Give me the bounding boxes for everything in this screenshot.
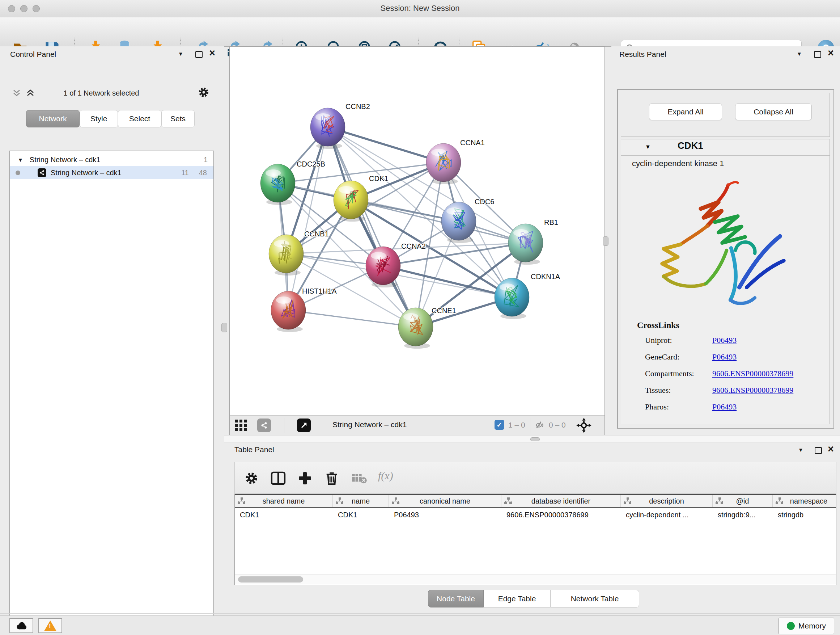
cloud-status-button[interactable] [9, 618, 33, 633]
gene-collapse-icon[interactable]: ▼ [645, 144, 651, 150]
column-header-label: database identifier [531, 497, 591, 505]
column-header-canonical-name[interactable]: canonical name [389, 495, 501, 507]
network-edge[interactable] [288, 310, 416, 327]
string-view-button[interactable] [257, 418, 271, 432]
status-bar: Memory [0, 616, 840, 635]
horizontal-scrollbar[interactable] [235, 575, 836, 584]
network-node-CCNB1[interactable] [269, 234, 303, 273]
fit-selected-button[interactable] [576, 418, 592, 434]
tab-style-label: Style [90, 114, 107, 123]
column-header--id[interactable]: @id [713, 495, 773, 507]
column-header-label: description [649, 497, 684, 505]
birdseye-view-button[interactable] [297, 418, 311, 432]
footer-separator [321, 418, 321, 433]
right-splitter-handle[interactable] [603, 236, 608, 246]
grid-mode-button[interactable] [235, 419, 247, 433]
table-splitter-handle[interactable] [531, 437, 540, 441]
column-header-database-identifier[interactable]: database identifier [501, 495, 621, 507]
table-cell[interactable]: stringdb [773, 508, 836, 522]
table-cell[interactable]: stringdb:9... [713, 508, 773, 522]
crosslink-row: Pharos:P06493 [645, 402, 826, 412]
network-view-toolbar: String Network – cdk1 ✓ 1 – 0 0 – 0 [230, 415, 605, 435]
network-node-CDC6[interactable] [441, 202, 476, 241]
tab-network[interactable]: Network [26, 110, 80, 127]
tab-node-table[interactable]: Node Table [428, 590, 484, 608]
column-header-name[interactable]: name [333, 495, 389, 507]
delete-columns-button[interactable] [322, 469, 341, 488]
crosslink-link[interactable]: P06493 [712, 352, 737, 362]
tab-edge-table[interactable]: Edge Table [484, 590, 550, 608]
columns-icon [271, 471, 286, 485]
show-columns-button[interactable] [269, 469, 287, 488]
results-panel-float-icon[interactable] [814, 51, 821, 59]
network-collection-row[interactable]: ▼ String Network – cdk1 1 [10, 153, 213, 166]
delete-table-button[interactable] [350, 469, 369, 488]
table-cell[interactable]: CDK1 [333, 508, 389, 522]
control-panel-menu-icon[interactable]: ▼ [178, 51, 183, 57]
results-panel-close-icon[interactable]: × [828, 49, 834, 57]
table-header-row: shared namenamecanonical namedatabase id… [235, 494, 836, 508]
tab-style[interactable]: Style [80, 110, 118, 127]
table-cell[interactable]: P06493 [389, 508, 501, 522]
crosslink-link[interactable]: P06493 [712, 402, 737, 412]
network-options-button[interactable] [198, 87, 209, 99]
table-panel-close-icon[interactable]: × [828, 445, 834, 453]
memory-status-dot [787, 622, 795, 630]
table-panel-float-icon[interactable] [815, 447, 822, 455]
bottom-divider [0, 613, 840, 614]
hidden-toggle[interactable] [534, 420, 546, 432]
collapse-all-button[interactable]: Collapse All [735, 103, 812, 120]
tab-select-label: Select [129, 114, 150, 123]
tab-sets-label: Sets [171, 114, 186, 123]
control-panel-close-icon[interactable]: × [209, 49, 215, 57]
crosslink-link[interactable]: 9606.ENSP00000378699 [712, 386, 793, 395]
table-cell[interactable]: 9606.ENSP00000378699 [501, 508, 621, 522]
collection-count: 1 [204, 156, 208, 164]
table-splitter[interactable] [224, 435, 840, 442]
network-canvas[interactable]: CCNB2CCNA1CDC25BCDK1CDC6RB1CCNB1CCNA2CDK… [230, 47, 605, 415]
network-node-HIST1H1A[interactable] [271, 291, 306, 329]
network-node-CCNB2[interactable] [310, 108, 345, 146]
node-label-RB1: RB1 [544, 218, 558, 226]
results-panel: Results Panel ▼ × String Expand All Coll… [611, 46, 840, 435]
network-edge[interactable] [288, 127, 328, 310]
create-column-button[interactable] [295, 469, 314, 488]
footer-separator [284, 418, 284, 433]
left-splitter-handle[interactable] [221, 323, 227, 333]
network-edge[interactable] [328, 127, 416, 327]
network-status-dot [16, 171, 20, 175]
crosslink-link[interactable]: 9606.ENSP00000378699 [712, 369, 793, 378]
tab-select[interactable]: Select [118, 110, 161, 127]
column-header-description[interactable]: description [621, 495, 713, 507]
warning-status-button[interactable] [38, 618, 62, 633]
crosslink-label: GeneCard: [645, 352, 712, 362]
gene-description: cyclin-dependent kinase 1 [632, 159, 724, 168]
memory-button[interactable]: Memory [778, 618, 834, 634]
title-bar: Session: New Session [0, 0, 840, 18]
column-header-shared-name[interactable]: shared name [235, 495, 333, 507]
control-panel-float-icon[interactable] [195, 51, 202, 59]
column-header-namespace[interactable]: namespace [773, 495, 836, 507]
tab-network-table[interactable]: Network Table [550, 590, 639, 608]
function-builder-button[interactable]: f(x) [378, 470, 393, 482]
tab-sets[interactable]: Sets [161, 110, 195, 127]
table-panel-menu-icon[interactable]: ▼ [798, 447, 804, 453]
selected-checkbox[interactable]: ✓ [494, 420, 504, 430]
crosslink-link[interactable]: P06493 [712, 336, 737, 345]
memory-label: Memory [798, 622, 826, 630]
tab-node-table-label: Node Table [437, 594, 475, 603]
table-cell[interactable]: cyclin-dependent ... [621, 508, 713, 522]
table-options-button[interactable] [242, 469, 261, 488]
column-header-label: shared name [263, 497, 305, 505]
network-edge[interactable] [328, 127, 444, 163]
crosslink-row: GeneCard:P06493 [645, 352, 826, 362]
table-row[interactable]: CDK1CDK1P064939606.ENSP00000378699cyclin… [235, 508, 836, 522]
scrollbar-thumb[interactable] [238, 576, 303, 583]
network-row[interactable]: String Network – cdk1 11 48 [10, 166, 213, 179]
column-header-label: @id [736, 497, 749, 505]
collection-expand-icon[interactable]: ▼ [18, 157, 23, 163]
results-panel-menu-icon[interactable]: ▼ [797, 51, 802, 57]
expand-all-button[interactable]: Expand All [649, 103, 722, 120]
table-cell[interactable]: CDK1 [235, 508, 333, 522]
table-tabs: Node Table Edge Table Network Table [428, 590, 639, 608]
